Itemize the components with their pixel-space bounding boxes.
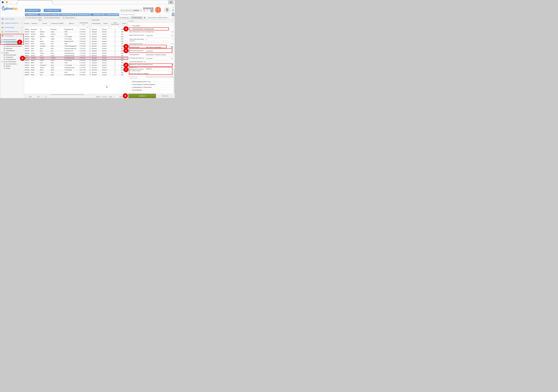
sidebar-section-stundenabrechnung[interactable]: Stundenabrechnung	[0, 30, 24, 33]
import-user-list-button[interactable]: Benutzerliste importieren	[44, 17, 61, 19]
browser-tab-shape[interactable]	[16, 0, 53, 4]
cell-doc[interactable]	[89, 40, 91, 42]
sidebar-collapse-icon[interactable]: ‹	[21, 17, 23, 19]
cell-doc[interactable]	[89, 67, 91, 69]
sidebar-item-auswertungsberechtigungen[interactable]: Auswertungsberechtigungen	[0, 43, 24, 45]
next-page-icon[interactable]: ›	[42, 96, 42, 98]
section-stammdaten[interactable]: ▼Stammdaten	[129, 25, 173, 27]
tab-stundenabrechnung[interactable]: Stundenabrechnung	[73, 13, 90, 16]
scrollbar-thumb[interactable]	[50, 94, 84, 95]
full-access-checkbox[interactable]	[114, 67, 116, 68]
cell-doc[interactable]	[89, 52, 91, 54]
section-ueberstundenpauschale[interactable]: ▼Überstundenpauschale, All-in	[129, 81, 173, 83]
vertical-scrollbar[interactable]: ▲▼	[174, 23, 175, 93]
scroll-down-icon[interactable]: ▼	[174, 92, 175, 93]
help-icon[interactable]	[21, 26, 23, 28]
full-access-checkbox[interactable]	[114, 45, 116, 47]
sidebar-section-einstellungen[interactable]: Einstellungen	[0, 34, 24, 38]
table-row[interactable]: MA0018HalpertJimhalpertIT-Consulting17.0…	[24, 38, 128, 40]
feiertagsmodell-dropdown[interactable]: Deutschland > Nordrhein-Westfale▼	[146, 53, 173, 56]
last-page-icon[interactable]: »	[43, 96, 44, 98]
beginn-nutzung-input[interactable]: 13.05.2016	[146, 34, 173, 37]
cell-doc[interactable]	[89, 31, 91, 33]
panel-collapse-icon[interactable]: ›	[172, 20, 174, 22]
filter-sprache[interactable]: ▼	[101, 26, 110, 28]
full-access-checkbox[interactable]	[114, 60, 116, 61]
tab-dashboard[interactable]: Dashboard	[37, 13, 48, 16]
filter-version[interactable]	[120, 26, 128, 28]
copy-user-button[interactable]: Benutzer kopieren	[62, 17, 76, 19]
full-access-checkbox[interactable]: ✓	[114, 31, 116, 33]
sidebar-item-arbeitszeitmodelle[interactable]: Arbeitszeitmodelle	[0, 54, 24, 56]
cell-doc[interactable]	[89, 47, 91, 50]
calendar-icon[interactable]	[171, 58, 173, 59]
scrollbar-thumb[interactable]	[174, 69, 175, 93]
table-row[interactable]: MA0038WeberBerndweberIT-Consulting18.12.…	[24, 69, 128, 71]
calendar-icon[interactable]	[171, 43, 173, 45]
column-header-benutzergruppe[interactable]: Benutzergruppe	[91, 21, 101, 26]
filter-voller-personalzugriff[interactable]: ▼	[110, 26, 120, 28]
section-zustaendigkeiten[interactable]: ▼Zuständigkeiten & Stellvertreter	[129, 86, 173, 88]
first-page-icon[interactable]: «	[25, 96, 26, 98]
full-access-checkbox[interactable]	[114, 72, 116, 73]
page-size-dropdown[interactable]: 20▼	[113, 96, 118, 98]
cell-doc[interactable]	[89, 74, 91, 76]
ueberstundensaldo-input[interactable]: 0▲▼	[146, 38, 173, 41]
document-icon[interactable]	[89, 65, 91, 66]
document-icon[interactable]	[89, 53, 91, 54]
table-row[interactable]: MA0037ReunigElenareunigStrategieberatung…	[24, 55, 128, 57]
filter-vorname[interactable]	[39, 26, 50, 28]
full-access-checkbox[interactable]	[114, 33, 116, 35]
full-access-checkbox[interactable]	[114, 62, 116, 63]
cell-doc[interactable]	[89, 69, 91, 71]
document-icon[interactable]	[89, 60, 91, 61]
document-icon[interactable]	[89, 45, 91, 47]
full-access-checkbox[interactable]	[114, 53, 116, 54]
document-icon[interactable]	[89, 31, 91, 33]
full-access-checkbox[interactable]	[114, 48, 116, 49]
new-user-button[interactable]: Neuen Benutzer anlegen	[25, 17, 43, 19]
tab-zeitbuchungsliste[interactable]: Zeitbuchungsliste	[58, 13, 73, 16]
welcome-tour-button[interactable]: Willkommenstour ✕	[25, 9, 41, 12]
document-icon[interactable]	[89, 33, 91, 35]
help-icon[interactable]	[21, 31, 23, 33]
arbeitszeitmodell-dropdown[interactable]: 40h / Woche_automatisch▼	[146, 46, 170, 49]
reload-icon[interactable]	[172, 9, 174, 11]
close-icon[interactable]: ✕	[118, 13, 119, 14]
tab-willkommen[interactable]: Willkommen✕	[25, 13, 37, 16]
table-row[interactable]: MA0021KeilerMariekeilerChange Management…	[24, 47, 128, 50]
filter-mitarbeiter[interactable]	[60, 26, 64, 28]
document-icon[interactable]	[89, 72, 91, 73]
full-access-checkbox[interactable]	[114, 29, 116, 30]
cell-doc[interactable]	[89, 33, 91, 35]
column-header-vorname[interactable]: Vorname	[39, 21, 50, 26]
sidebar-item-abteilungen[interactable]: Abteilungen	[0, 47, 24, 50]
full-access-checkbox[interactable]	[114, 58, 116, 59]
sidebar-item-benutzereinstellungen[interactable]: Benutzereinstellungen	[0, 38, 24, 41]
cell-doc[interactable]	[89, 50, 91, 52]
refresh-button[interactable]: Aktualisieren	[118, 17, 130, 19]
table-row[interactable]: MA0017EismannMarkuseismannOffice17.02.20…	[24, 33, 128, 35]
column-header-version[interactable]: Version	[120, 21, 128, 26]
document-icon[interactable]	[89, 74, 91, 75]
document-icon[interactable]	[89, 69, 91, 71]
table-row[interactable]: MA0014KleinElisakleinMarketing & PR17.02…	[24, 50, 128, 52]
cell-doc[interactable]	[89, 55, 91, 57]
table-row[interactable]: MA0039LehnerHerwiglehnerStrategieberatun…	[24, 52, 128, 55]
table-row[interactable]: MA0020EngelMichaelaengelIT-Consulting17.…	[24, 35, 128, 38]
spinner-icons[interactable]: ▲▼	[172, 39, 173, 40]
help-icon[interactable]	[21, 35, 23, 37]
help-icon[interactable]	[172, 6, 174, 9]
sidebar-item-benutzerverwaltung[interactable]: Benutzerverwaltung	[0, 41, 24, 43]
sidebar-item-schichtplaner[interactable]: Schichtplaner	[0, 56, 24, 58]
erlaube-checkbox[interactable]	[172, 73, 173, 75]
start-tracking-icon[interactable]	[150, 9, 153, 12]
full-access-checkbox[interactable]	[114, 38, 116, 40]
column-header-abteilung[interactable]: Abteilung	[64, 21, 79, 26]
full-access-checkbox[interactable]	[114, 36, 116, 37]
table-row[interactable]: MA0015HoferChristianhoferOffice17.02.201…	[24, 42, 128, 45]
table-row[interactable]: MA0024BachmannIrisbachmannMarketing & PR…	[24, 28, 128, 31]
column-header-mitarbeiter[interactable]: Mitarbe...	[60, 21, 64, 26]
save-button[interactable]: Speichern	[129, 94, 156, 98]
table-row[interactable]: MA0013KaiserSebastiankaiserChange Manage…	[24, 45, 128, 47]
